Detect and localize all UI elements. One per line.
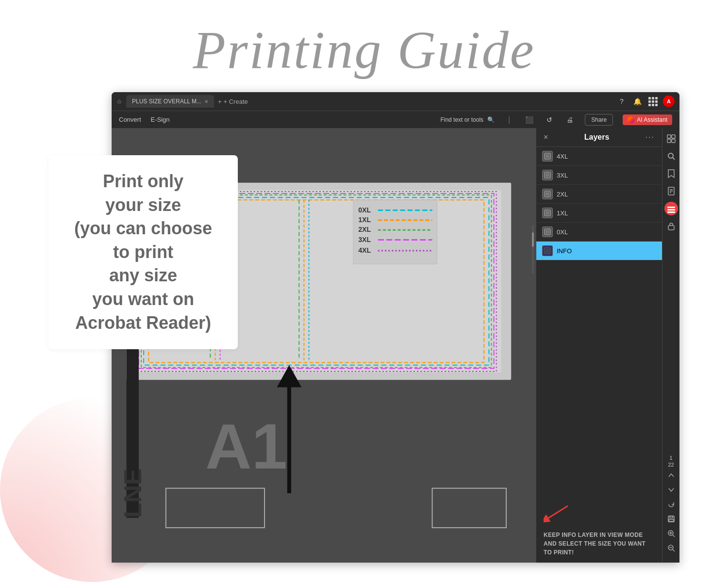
layer-item-0xl[interactable]: 0XL [536, 223, 662, 242]
lock-icon[interactable] [664, 219, 678, 233]
search-panel-icon[interactable] [664, 149, 678, 163]
svg-rect-46 [546, 249, 549, 253]
tab-star-icon: ☆ [116, 98, 122, 105]
share-button[interactable]: Share [585, 114, 613, 126]
page-navigation: 1 22 [664, 451, 678, 559]
svg-line-71 [673, 550, 675, 551]
search-text: Find text or tools [440, 116, 483, 123]
page-current: 1 [669, 455, 672, 461]
menu-convert[interactable]: Convert [119, 116, 141, 123]
svg-text:Printing Guide: Printing Guide [192, 20, 535, 80]
svg-rect-32 [432, 488, 506, 528]
layer-item-2xl[interactable]: 2XL [536, 185, 662, 204]
help-icon[interactable]: ? [616, 96, 627, 107]
scrollbar[interactable] [532, 225, 534, 274]
new-tab-icon: + [218, 98, 222, 105]
svg-rect-38 [546, 173, 549, 177]
svg-rect-59 [667, 207, 675, 208]
layer-visibility-icon-3xl[interactable] [542, 170, 553, 180]
layer-name-4xl: 4XL [557, 153, 568, 160]
svg-text:3XL: 3XL [358, 236, 371, 243]
browser-tab[interactable]: PLUS SIZE OVERALL M... ✕ [126, 95, 214, 108]
apps-icon[interactable] [647, 96, 658, 107]
layers-toggle-icon[interactable] [664, 202, 678, 215]
layers-header: × Layers ··· [536, 128, 662, 147]
acrobat-icon: A [663, 96, 675, 107]
search-icon[interactable]: 🔍 [487, 116, 495, 123]
page-total: 22 [668, 462, 674, 468]
search-area: Find text or tools 🔍 [440, 116, 495, 123]
svg-line-54 [673, 158, 675, 160]
svg-text:4XL: 4XL [358, 246, 371, 254]
scrollbar-thumb[interactable] [532, 232, 534, 247]
fit-page-icon[interactable]: ⬛ [524, 114, 534, 125]
menu-esign[interactable]: E-Sign [151, 116, 170, 123]
undo-icon[interactable]: ↺ [544, 114, 555, 125]
page-down-icon[interactable] [664, 483, 678, 497]
zoom-out-icon[interactable] [664, 541, 678, 555]
notification-icon[interactable]: 🔔 [632, 96, 643, 107]
svg-text:2XL: 2XL [358, 226, 371, 233]
new-tab-button[interactable]: + + Create [218, 98, 248, 105]
svg-text:LNE: LNE [119, 469, 147, 518]
layer-name-3xl: 3XL [557, 172, 568, 179]
menu-bar: Convert E-Sign Find text or tools 🔍 | ⬛ … [112, 111, 679, 128]
layers-list: 4XL 3XL 2XL [536, 147, 662, 501]
page-up-icon[interactable] [664, 469, 678, 482]
info-instruction: KEEP INFO LAYER IN VIEW MODE AND SELECT … [536, 525, 662, 563]
layer-visibility-icon-0xl[interactable] [542, 226, 553, 237]
svg-rect-44 [546, 230, 549, 234]
bookmark-icon[interactable] [664, 167, 678, 180]
layer-item-3xl[interactable]: 3XL [536, 166, 662, 185]
tab-title: PLUS SIZE OVERALL M... [132, 98, 201, 105]
svg-rect-52 [672, 139, 675, 143]
layer-item-info[interactable]: INFO [536, 242, 662, 260]
topbar-icons: ? 🔔 A [616, 96, 675, 107]
print-icon[interactable]: 🖨 [564, 114, 575, 125]
layer-visibility-icon[interactable] [542, 151, 553, 162]
panel-thumbnail-icon[interactable] [664, 132, 678, 146]
svg-rect-63 [668, 516, 674, 522]
layer-item-4xl[interactable]: 4XL [536, 147, 662, 166]
layers-more-icon[interactable]: ··· [645, 133, 655, 142]
svg-rect-65 [669, 519, 674, 521]
right-sidebar: 1 22 [662, 128, 679, 563]
file-icon[interactable] [664, 184, 678, 198]
svg-rect-62 [668, 226, 674, 230]
annotation-area [536, 501, 662, 525]
svg-text:1XL: 1XL [358, 216, 371, 224]
instruction-text-box: Print only your size (you can choose to … [49, 155, 238, 349]
layer-visibility-icon-info[interactable] [542, 245, 553, 256]
svg-text:A1: A1 [205, 410, 287, 482]
layer-visibility-icon-2xl[interactable] [542, 189, 553, 199]
svg-rect-40 [546, 192, 549, 196]
svg-rect-51 [667, 139, 671, 143]
svg-rect-31 [166, 488, 265, 528]
layer-name-0xl: 0XL [557, 228, 568, 236]
svg-rect-60 [667, 209, 675, 210]
layer-name-2xl: 2XL [557, 191, 568, 198]
svg-line-48 [548, 506, 568, 518]
layer-visibility-icon-1xl[interactable] [542, 208, 553, 218]
red-arrow-icon [544, 503, 573, 523]
printing-guide-title: Printing Guide [146, 10, 582, 82]
svg-rect-49 [667, 135, 671, 138]
svg-line-67 [673, 535, 675, 537]
rotate-icon[interactable] [664, 498, 678, 511]
ai-icon [628, 116, 634, 123]
layers-close-icon[interactable]: × [544, 133, 548, 142]
svg-rect-61 [667, 211, 675, 213]
svg-rect-64 [670, 516, 673, 518]
layer-name-info: INFO [557, 247, 572, 255]
svg-rect-42 [546, 211, 549, 215]
tab-close-icon[interactable]: ✕ [204, 99, 208, 104]
zoom-in-icon[interactable] [664, 527, 678, 540]
save-icon[interactable] [664, 512, 678, 526]
svg-point-53 [668, 153, 673, 158]
main-content: Print only your size (you can choose to … [49, 92, 679, 563]
svg-rect-50 [672, 135, 675, 138]
svg-text:0XL: 0XL [358, 206, 371, 214]
ai-assistant-button[interactable]: AI Assistant [623, 114, 672, 125]
page-title: Printing Guide [0, 10, 728, 93]
layer-item-1xl[interactable]: 1XL [536, 204, 662, 223]
